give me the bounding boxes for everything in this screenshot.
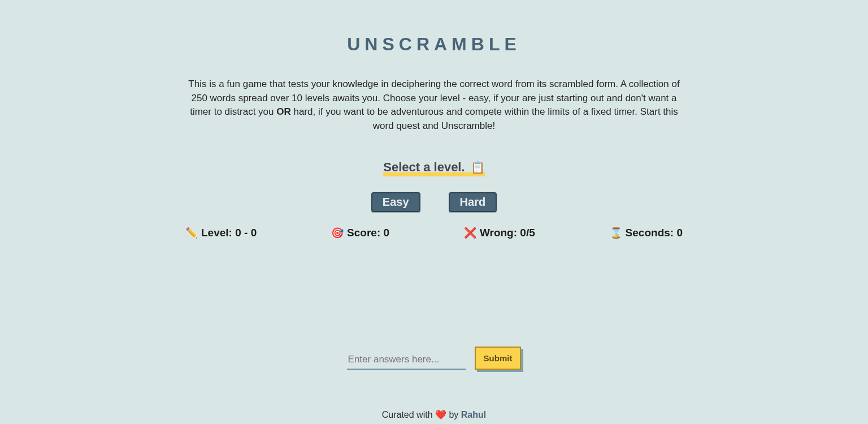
- footer-by: by: [446, 410, 461, 419]
- select-level-label: Select a level. 📋: [383, 162, 484, 177]
- intro-paragraph: This is a fun game that tests your knowl…: [180, 77, 688, 133]
- wrong-value: 0/5: [520, 227, 535, 239]
- target-icon: 🎯: [331, 227, 344, 239]
- seconds-label: Seconds:: [626, 227, 677, 239]
- stat-seconds: ⌛ Seconds: 0: [610, 227, 683, 239]
- hard-button[interactable]: Hard: [449, 192, 497, 212]
- level-label: Level:: [201, 227, 235, 239]
- author-link[interactable]: Rahul: [461, 410, 486, 419]
- heart-icon: ❤️: [435, 410, 446, 419]
- cross-icon: ❌: [464, 227, 476, 239]
- stats-row: ✏️ Level: 0 - 0 🎯 Score: 0 ❌ Wrong: 0/5 …: [180, 227, 688, 239]
- stat-level: ✏️ Level: 0 - 0: [185, 227, 257, 239]
- stat-score: 🎯 Score: 0: [331, 227, 389, 239]
- score-value: 0: [384, 227, 390, 239]
- intro-part2: hard, if you want to be adventurous and …: [291, 106, 678, 131]
- page-title: UNSCRAMBLE: [180, 34, 688, 55]
- pencil-icon: ✏️: [185, 227, 198, 239]
- score-label: Score:: [347, 227, 383, 239]
- answer-row: Submit: [180, 347, 688, 370]
- stat-wrong: ❌ Wrong: 0/5: [464, 227, 535, 239]
- select-level-text: Select a level.: [383, 160, 465, 174]
- submit-button[interactable]: Submit: [475, 347, 522, 370]
- footer-prefix: Curated with: [382, 410, 435, 419]
- answer-input[interactable]: [347, 351, 466, 370]
- easy-button[interactable]: Easy: [371, 192, 420, 212]
- clipboard-icon: 📋: [471, 161, 485, 174]
- level-value: 0 - 0: [235, 227, 257, 239]
- footer: Curated with ❤️ by Rahul: [180, 409, 688, 420]
- hourglass-icon: ⌛: [610, 227, 622, 239]
- level-buttons: Easy Hard: [180, 192, 688, 212]
- intro-or: OR: [276, 106, 291, 117]
- wrong-label: Wrong:: [480, 227, 520, 239]
- seconds-value: 0: [676, 227, 683, 239]
